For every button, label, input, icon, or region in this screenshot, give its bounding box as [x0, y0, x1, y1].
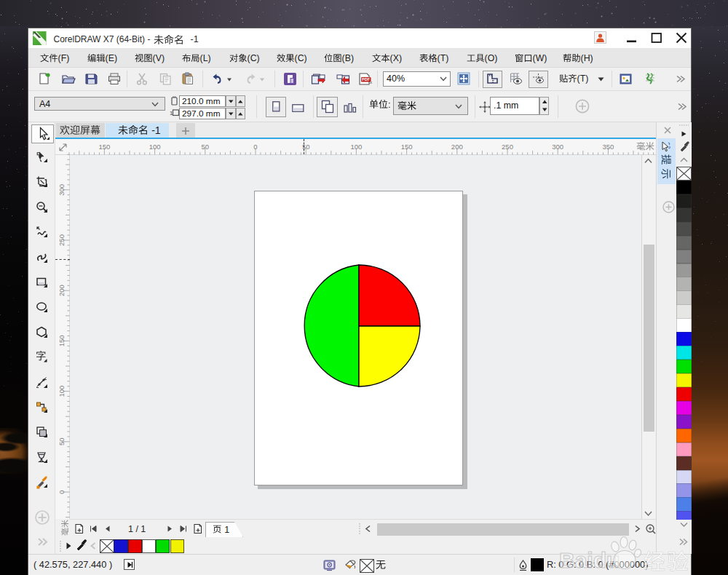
svg-text:(B): (B) — [342, 53, 354, 63]
svg-text:200: 200 — [58, 285, 66, 296]
svg-text:(H): (H) — [581, 53, 593, 63]
svg-text:(C): (C) — [295, 53, 307, 63]
svg-text:(C): (C) — [248, 53, 260, 63]
svg-text:1: 1 — [224, 524, 229, 534]
svg-text:100: 100 — [350, 143, 362, 151]
svg-text:350: 350 — [602, 143, 614, 151]
svg-text:300: 300 — [552, 143, 563, 151]
svg-text:(V): (V) — [153, 53, 165, 63]
svg-text:50: 50 — [58, 438, 66, 446]
svg-text:300: 300 — [58, 184, 66, 196]
svg-text:(X): (X) — [390, 53, 402, 63]
svg-text:(W): (W) — [533, 53, 547, 63]
svg-text:(E): (E) — [106, 53, 117, 63]
svg-text:PDF: PDF — [362, 77, 371, 82]
svg-text:(F): (F) — [58, 53, 70, 63]
svg-text:150: 150 — [58, 335, 66, 346]
svg-text:100: 100 — [58, 386, 66, 397]
svg-text:150: 150 — [98, 143, 110, 151]
svg-text:100: 100 — [149, 143, 161, 151]
svg-text:(T): (T) — [577, 74, 589, 84]
svg-text:(O): (O) — [485, 53, 498, 63]
svg-text:-1: -1 — [151, 124, 161, 136]
svg-text:200: 200 — [451, 143, 463, 151]
svg-text:250: 250 — [58, 234, 66, 246]
svg-text:(L): (L) — [200, 53, 211, 63]
svg-text:0: 0 — [58, 490, 66, 493]
svg-text:150: 150 — [401, 143, 413, 151]
svg-text:50: 50 — [202, 143, 210, 151]
svg-text:250: 250 — [502, 143, 513, 151]
svg-text::: : — [388, 99, 391, 110]
svg-text:(T): (T) — [438, 53, 449, 63]
svg-text:0: 0 — [253, 143, 257, 151]
